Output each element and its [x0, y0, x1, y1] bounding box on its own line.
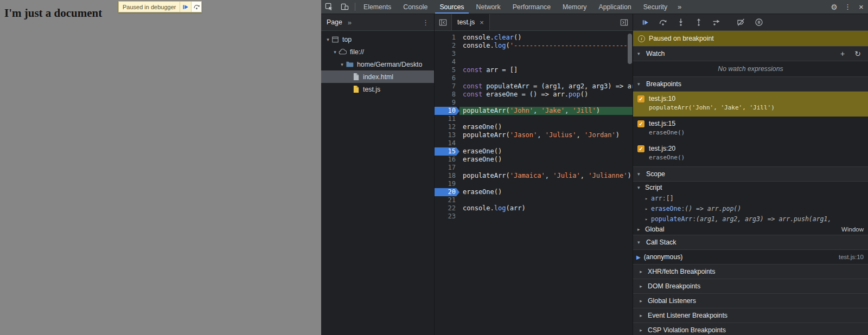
code-line[interactable]: 10populateArr('John', 'Jake', 'Jill')	[435, 107, 633, 115]
add-watch-expression-icon[interactable]: +	[837, 49, 848, 58]
code-line[interactable]: 22console.log(arr)	[435, 204, 633, 212]
code-line[interactable]: 13populateArr('Jason', 'Julius', 'Jordan…	[435, 131, 633, 139]
toggle-navigator-icon[interactable]	[435, 18, 451, 27]
line-number[interactable]: 3	[435, 50, 459, 58]
navigator-tab-page[interactable]: Page	[321, 18, 344, 26]
code-line[interactable]: 6	[435, 74, 633, 82]
line-number[interactable]: 18	[435, 172, 459, 180]
panel-tab-security[interactable]: Security	[637, 0, 673, 14]
breakpoints-section-header[interactable]: ▾ Breakpoints	[633, 76, 868, 92]
file-tree-item-top[interactable]: ▾top	[321, 33, 434, 46]
line-number[interactable]: 17	[435, 164, 459, 172]
line-number[interactable]: 23	[435, 212, 459, 221]
line-number[interactable]: 9	[435, 99, 459, 107]
panel-tab-application[interactable]: Application	[592, 0, 637, 14]
breakpoint-checkbox[interactable]: ✓	[637, 120, 644, 127]
line-number[interactable]: 6	[435, 74, 459, 82]
code-line[interactable]: 19	[435, 180, 633, 188]
code-line[interactable]: 2console.log('--------------------------…	[435, 42, 633, 50]
section-header-csp-violation-breakpoints[interactable]: ▸CSP Violation Breakpoints	[633, 323, 868, 335]
breakpoint-item[interactable]: ✓test.js:15eraseOne()	[633, 117, 868, 141]
file-tree-item-index-html[interactable]: index.html	[321, 70, 434, 83]
close-devtools-icon[interactable]: ×	[854, 0, 868, 14]
line-number[interactable]: 5	[435, 66, 459, 74]
line-number[interactable]: 11	[435, 115, 459, 123]
line-number[interactable]: 13	[435, 131, 459, 139]
panel-tab-console[interactable]: Console	[397, 0, 433, 14]
resume-script-icon[interactable]	[180, 2, 191, 12]
section-header-global-listeners[interactable]: ▸Global Listeners	[633, 294, 868, 308]
line-number[interactable]: 14	[435, 139, 459, 147]
panel-tab-sources[interactable]: Sources	[433, 0, 470, 14]
navigator-menu-icon[interactable]: ⋮	[417, 18, 434, 27]
editor-options-icon[interactable]	[616, 18, 633, 27]
step-out-button[interactable]	[694, 18, 703, 27]
code-line[interactable]: 11	[435, 115, 633, 123]
call-stack-frame[interactable]: ▶(anonymous)test.js:10	[633, 250, 868, 264]
line-number[interactable]: 12	[435, 123, 459, 131]
code-line[interactable]: 17	[435, 164, 633, 172]
code-line[interactable]: 20eraseOne()	[435, 188, 633, 196]
breakpoint-item[interactable]: ✓test.js:20eraseOne()	[633, 141, 868, 166]
line-number[interactable]: 8	[435, 91, 459, 99]
editor-scrollbar-thumb[interactable]	[628, 34, 632, 64]
pause-on-exceptions-button[interactable]	[755, 18, 763, 27]
line-number[interactable]: 15	[435, 147, 459, 156]
panel-tab-performance[interactable]: Performance	[507, 0, 557, 14]
panel-tab-elements[interactable]: Elements	[358, 0, 397, 14]
resume-button[interactable]	[641, 18, 649, 27]
code-line[interactable]: 5const arr = []	[435, 66, 633, 74]
code-line[interactable]: 15eraseOne()	[435, 147, 633, 156]
line-number[interactable]: 20	[435, 188, 459, 196]
scope-variable[interactable]: ▸populateArr: (arg1, arg2, arg3) => arr.…	[633, 214, 868, 224]
step-over-icon[interactable]	[191, 2, 201, 12]
section-header-dom-breakpoints[interactable]: ▸DOM Breakpoints	[633, 279, 868, 294]
step-over-button[interactable]	[659, 18, 667, 27]
call-stack-section-header[interactable]: ▾ Call Stack	[633, 235, 868, 250]
scope-variable[interactable]: ▸eraseOne: () => arr.pop()	[633, 203, 868, 214]
code-line[interactable]: 8const eraseOne = () => arr.pop()	[435, 91, 633, 99]
device-toolbar-icon[interactable]	[337, 0, 353, 14]
breakpoint-item[interactable]: ✓test.js:10populateArr('John', 'Jake', '…	[633, 92, 868, 117]
line-number[interactable]: 4	[435, 58, 459, 66]
code-line[interactable]: 23	[435, 212, 633, 221]
step-into-button[interactable]	[676, 18, 685, 27]
more-panels-icon[interactable]: »	[673, 0, 686, 14]
code-line[interactable]: 4	[435, 58, 633, 66]
scope-variable[interactable]: ▸arr: []	[633, 193, 868, 203]
breakpoint-checkbox[interactable]: ✓	[637, 145, 644, 152]
section-header-event-listener-breakpoints[interactable]: ▸Event Listener Breakpoints	[633, 308, 868, 323]
watch-section-header[interactable]: ▾ Watch + ↻	[633, 46, 868, 61]
line-number[interactable]: 19	[435, 180, 459, 188]
section-header-xhr-fetch-breakpoints[interactable]: ▸XHR/fetch Breakpoints	[633, 265, 868, 279]
code-line[interactable]: 12eraseOne()	[435, 123, 633, 131]
code-line[interactable]: 9	[435, 99, 633, 107]
settings-gear-icon[interactable]: ⚙	[827, 0, 841, 14]
panel-tab-network[interactable]: Network	[470, 0, 507, 14]
line-number[interactable]: 2	[435, 42, 459, 50]
file-tree-item-file[interactable]: ▾file://	[321, 46, 434, 58]
code-line[interactable]: 16eraseOne()	[435, 156, 633, 164]
file-tree-item-test-js[interactable]: test.js	[321, 83, 434, 95]
scope-group-global[interactable]: ▸ Global Window	[633, 224, 868, 235]
inspect-element-icon[interactable]	[321, 0, 337, 14]
panel-tab-memory[interactable]: Memory	[557, 0, 592, 14]
line-number[interactable]: 1	[435, 34, 459, 42]
line-number[interactable]: 22	[435, 204, 459, 212]
line-number[interactable]: 10	[435, 107, 459, 115]
scope-group-script[interactable]: ▾ Script	[633, 182, 868, 193]
file-tree-item-home-german-deskto[interactable]: ▾home/German/Deskto	[321, 58, 434, 70]
close-tab-icon[interactable]: ×	[480, 18, 484, 27]
line-number[interactable]: 21	[435, 196, 459, 204]
editor-tab-testjs[interactable]: test.js ×	[451, 14, 490, 30]
deactivate-breakpoints-button[interactable]	[737, 18, 745, 27]
line-number[interactable]: 16	[435, 156, 459, 164]
code-line[interactable]: 7const populateArr = (arg1, arg2, arg3) …	[435, 82, 633, 91]
breakpoint-checkbox[interactable]: ✓	[637, 95, 644, 102]
code-line[interactable]: 21	[435, 196, 633, 204]
code-line[interactable]: 3	[435, 50, 633, 58]
line-number[interactable]: 7	[435, 82, 459, 91]
refresh-watch-icon[interactable]: ↻	[852, 49, 864, 58]
code-line[interactable]: 18populateArr('Jamaica', 'Julia', 'Julia…	[435, 172, 633, 180]
scope-section-header[interactable]: ▾ Scope	[633, 166, 868, 182]
